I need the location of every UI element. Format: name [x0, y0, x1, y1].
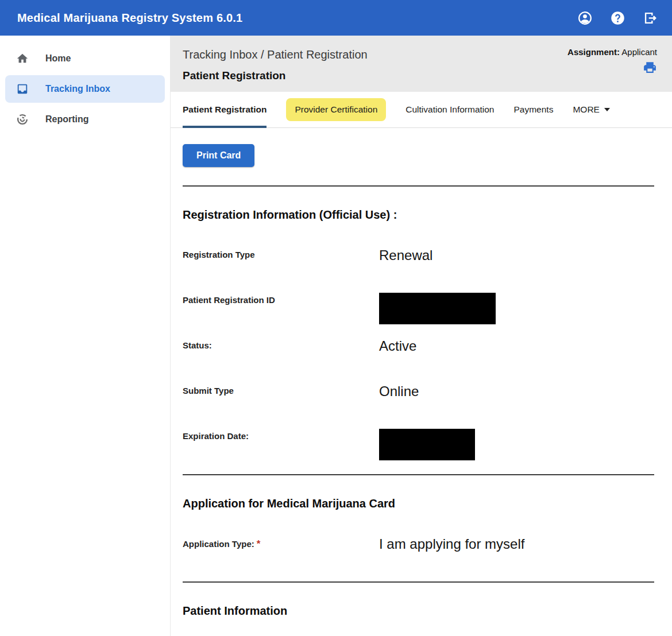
- logout-icon[interactable]: [643, 10, 658, 26]
- tab-label-highlighted: Provider Certification: [286, 98, 386, 121]
- tab-label: Patient Registration: [183, 104, 267, 115]
- tab-payments[interactable]: Payments: [514, 92, 554, 127]
- tab-label: Payments: [514, 104, 554, 115]
- required-asterisk: *: [257, 538, 261, 549]
- sidebar-item-tracking-inbox[interactable]: Tracking Inbox: [5, 75, 165, 103]
- section-heading-application: Application for Medical Marijuana Card: [183, 497, 654, 510]
- field-label: Patient Registration ID: [183, 293, 379, 305]
- field-label: Registration Type: [183, 247, 379, 259]
- redacted-value: [379, 293, 496, 324]
- inbox-icon: [16, 83, 29, 95]
- field-row-patient-registration-id: Patient Registration ID: [183, 293, 654, 338]
- tab-bar: Patient Registration Provider Certificat…: [171, 92, 672, 128]
- help-icon[interactable]: [610, 10, 625, 26]
- page-shell: Home Tracking Inbox Reporting: [0, 36, 672, 636]
- sidebar-item-label: Tracking Inbox: [45, 84, 110, 94]
- account-icon[interactable]: [577, 10, 593, 26]
- sidebar-item-home[interactable]: Home: [5, 45, 165, 72]
- tab-more[interactable]: MORE: [573, 92, 610, 127]
- field-label-text: Application Type:: [183, 539, 254, 549]
- field-label: Submit Type: [183, 383, 379, 395]
- appbar-icons: [577, 10, 658, 26]
- sidebar-item-reporting[interactable]: Reporting: [5, 106, 165, 133]
- field-row-registration-type: Registration Type Renewal: [183, 247, 654, 293]
- sidebar: Home Tracking Inbox Reporting: [0, 36, 171, 636]
- page-header-left: Tracking Inbox / Patient Registration Pa…: [183, 44, 368, 92]
- field-value: Renewal: [379, 247, 654, 263]
- form-content: Print Card Registration Information (Off…: [171, 128, 672, 636]
- field-value: Online: [379, 383, 654, 400]
- application-fields: Application Type:* I am applying for mys…: [183, 536, 654, 581]
- section-heading-patient-information: Patient Information: [183, 604, 654, 618]
- breadcrumb[interactable]: Tracking Inbox / Patient Registration: [183, 48, 368, 61]
- printer-icon[interactable]: [643, 60, 657, 77]
- assignment-label: Assignment:: [567, 47, 620, 57]
- section-heading-registration-information: Registration Information (Official Use) …: [183, 208, 654, 222]
- page-header-band: Tracking Inbox / Patient Registration Pa…: [171, 36, 672, 92]
- sidebar-item-label: Reporting: [45, 114, 89, 125]
- field-row-expiration-date: Expiration Date:: [183, 429, 654, 474]
- donut-chart-icon: [16, 113, 29, 126]
- page-header-right: Assignment: Applicant: [567, 44, 657, 92]
- tab-label: MORE: [573, 104, 600, 115]
- field-label: Status:: [183, 338, 379, 350]
- print-card-button[interactable]: Print Card: [183, 144, 254, 167]
- app-bar: Medical Marijuana Registry System 6.0.1: [0, 0, 672, 36]
- tab-patient-registration[interactable]: Patient Registration: [183, 92, 267, 127]
- tab-provider-certification[interactable]: Provider Certification: [286, 92, 386, 127]
- chevron-down-icon: [604, 108, 610, 111]
- field-row-submit-type: Submit Type Online: [183, 383, 654, 429]
- field-value: I am applying for myself: [379, 536, 654, 552]
- page-title: Patient Registration: [183, 69, 368, 82]
- field-row-application-type: Application Type:* I am applying for mys…: [183, 536, 654, 581]
- field-value: Active: [379, 338, 654, 354]
- registration-fields: Registration Type Renewal Patient Regist…: [183, 247, 654, 474]
- assignment-value: Applicant: [621, 47, 657, 57]
- home-icon: [16, 52, 29, 65]
- sidebar-item-label: Home: [45, 53, 71, 64]
- field-row-status: Status: Active: [183, 338, 654, 383]
- field-label: Expiration Date:: [183, 429, 379, 441]
- divider: [183, 185, 654, 187]
- tab-label: Cultivation Information: [405, 104, 494, 115]
- redacted-value: [379, 429, 475, 460]
- divider: [183, 474, 654, 475]
- app-title: Medical Marijuana Registry System 6.0.1: [17, 11, 242, 25]
- divider: [183, 581, 654, 583]
- assignment-text: Assignment: Applicant: [567, 47, 657, 57]
- tab-cultivation-information[interactable]: Cultivation Information: [405, 92, 494, 127]
- main-area: Tracking Inbox / Patient Registration Pa…: [171, 36, 672, 636]
- field-label: Application Type:*: [183, 536, 379, 550]
